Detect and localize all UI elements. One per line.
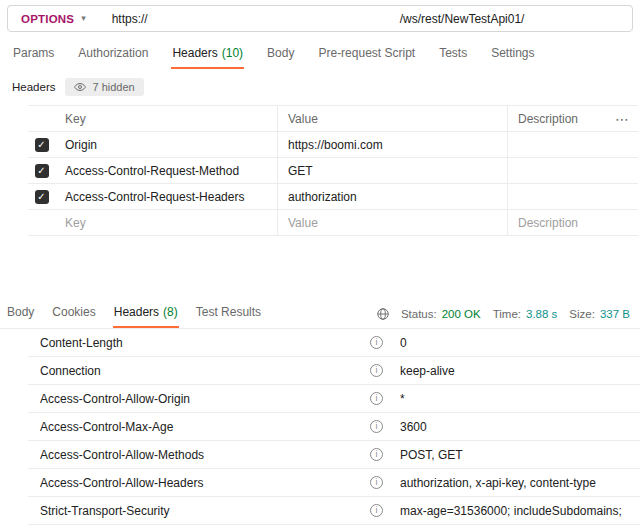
url-suffix: /ws/rest/NewTestApi01/ — [400, 12, 525, 26]
checkbox-cell — [28, 210, 55, 235]
response-header-row: Connection i keep-alive — [28, 357, 640, 385]
info-icon[interactable]: i — [370, 448, 383, 461]
value-cell[interactable]: GET — [277, 158, 507, 183]
key-cell[interactable]: Access-Control-Request-Headers — [55, 184, 277, 209]
response-header-key: Access-Control-Allow-Headers — [40, 476, 370, 490]
checkbox-cell: ✓ — [28, 132, 55, 157]
value-cell[interactable]: https://boomi.com — [277, 132, 507, 157]
response-header-key: Strict-Transport-Security — [40, 504, 370, 518]
table-row-placeholder: Key Value Description — [28, 210, 638, 236]
response-header-key: Connection — [40, 364, 370, 378]
request-tabs: Params Authorization Headers (10) Body P… — [0, 40, 640, 69]
checkbox-cell: ✓ — [28, 158, 55, 183]
more-options-icon[interactable]: ⋯ — [615, 112, 629, 126]
description-placeholder[interactable]: Description — [507, 210, 638, 235]
response-tab-headers-label: Headers — [114, 305, 159, 319]
hidden-headers-toggle[interactable]: 7 hidden — [65, 78, 143, 96]
info-icon[interactable]: i — [370, 476, 383, 489]
column-value: Value — [277, 106, 507, 131]
row-checkbox-checked[interactable]: ✓ — [35, 138, 49, 152]
column-description-cell: Description ⋯ — [507, 106, 638, 131]
description-cell[interactable] — [507, 158, 638, 183]
response-header-row: Access-Control-Max-Age i 3600 — [28, 413, 640, 441]
key-cell[interactable]: Origin — [55, 132, 277, 157]
tab-body[interactable]: Body — [266, 40, 295, 69]
response-tab-test-results[interactable]: Test Results — [195, 299, 262, 328]
info-icon[interactable]: i — [370, 336, 383, 349]
response-header-row: Content-Length i 0 — [28, 329, 640, 357]
table-row: ✓ Access-Control-Request-Headers authori… — [28, 184, 638, 210]
time-label: Time: — [493, 308, 521, 320]
url-input[interactable]: https:// /ws/rest/NewTestApi01/ — [98, 12, 632, 26]
description-cell[interactable] — [507, 132, 638, 157]
response-tab-body[interactable]: Body — [6, 299, 35, 328]
table-header-row: Key Value Description ⋯ — [28, 106, 638, 132]
header-checkbox-cell — [28, 106, 55, 131]
response-tab-cookies[interactable]: Cookies — [51, 299, 96, 328]
response-header-value: keep-alive — [400, 364, 455, 378]
info-icon[interactable]: i — [370, 420, 383, 433]
url-redacted-segment — [148, 12, 400, 26]
row-checkbox-checked[interactable]: ✓ — [35, 190, 49, 204]
row-checkbox-checked[interactable]: ✓ — [35, 164, 49, 178]
response-tab-headers-count: (8) — [163, 305, 178, 319]
hidden-headers-label: 7 hidden — [92, 81, 134, 93]
response-headers-table: Content-Length i 0 Connection i keep-ali… — [28, 329, 640, 525]
headers-toolbar: Headers 7 hidden — [0, 69, 640, 104]
response-header-key: Access-Control-Allow-Origin — [40, 392, 370, 406]
column-key: Key — [55, 106, 277, 131]
info-icon[interactable]: i — [370, 504, 383, 517]
method-selector[interactable]: OPTIONS ▾ — [8, 6, 98, 31]
key-placeholder[interactable]: Key — [55, 210, 277, 235]
network-info-icon[interactable] — [376, 307, 390, 321]
request-headers-table: Key Value Description ⋯ ✓ Origin https:/… — [28, 105, 638, 236]
table-row: ✓ Origin https://boomi.com — [28, 132, 638, 158]
size-value[interactable]: 337 B — [600, 308, 630, 320]
description-cell[interactable] — [507, 184, 638, 209]
chevron-down-icon: ▾ — [81, 14, 86, 23]
checkbox-cell: ✓ — [28, 184, 55, 209]
method-label: OPTIONS — [21, 13, 74, 25]
response-header-value: * — [400, 392, 405, 406]
tab-authorization[interactable]: Authorization — [77, 40, 149, 69]
value-placeholder[interactable]: Value — [277, 210, 507, 235]
info-icon[interactable]: i — [370, 364, 383, 377]
info-icon[interactable]: i — [370, 392, 383, 405]
response-header-key: Access-Control-Allow-Methods — [40, 448, 370, 462]
tab-params[interactable]: Params — [12, 40, 55, 69]
value-cell[interactable]: authorization — [277, 184, 507, 209]
request-url-bar: OPTIONS ▾ https:// /ws/rest/NewTestApi01… — [7, 5, 633, 32]
tab-headers-label: Headers — [172, 46, 217, 60]
eye-icon — [74, 81, 86, 93]
response-header-value: 0 — [400, 336, 407, 350]
key-cell[interactable]: Access-Control-Request-Method — [55, 158, 277, 183]
response-meta: Status: 200 OK Time: 3.88 s Size: 337 B — [376, 299, 630, 328]
response-tabs: Body Cookies Headers (8) Test Results — [6, 299, 262, 328]
tab-tests[interactable]: Tests — [438, 40, 468, 69]
response-header-row: Strict-Transport-Security i max-age=3153… — [28, 497, 640, 525]
tab-headers-count: (10) — [222, 46, 243, 60]
headers-section-title: Headers — [12, 81, 55, 93]
url-prefix: https:// — [112, 12, 148, 26]
response-header-row: Access-Control-Allow-Methods i POST, GET — [28, 441, 640, 469]
status-label: Status: — [401, 308, 437, 320]
response-bar: Body Cookies Headers (8) Test Results St… — [0, 299, 640, 329]
tab-settings[interactable]: Settings — [490, 40, 535, 69]
response-header-key: Content-Length — [40, 336, 370, 350]
response-header-value: POST, GET — [400, 448, 463, 462]
status-badge[interactable]: 200 OK — [442, 308, 481, 320]
column-description: Description — [518, 112, 578, 126]
response-header-row: Access-Control-Allow-Headers i authoriza… — [28, 469, 640, 497]
tab-pre-request-script[interactable]: Pre-request Script — [317, 40, 416, 69]
response-header-value: 3600 — [400, 420, 427, 434]
response-header-key: Access-Control-Max-Age — [40, 420, 370, 434]
response-header-value: authorization, x-api-key, content-type — [400, 476, 596, 490]
response-section: Body Cookies Headers (8) Test Results St… — [0, 299, 640, 525]
response-header-value: max-age=31536000; includeSubdomains; — [400, 504, 622, 518]
size-label: Size: — [569, 308, 595, 320]
time-value[interactable]: 3.88 s — [526, 308, 557, 320]
tab-headers[interactable]: Headers (10) — [171, 40, 244, 69]
response-header-row: Access-Control-Allow-Origin i * — [28, 385, 640, 413]
table-row: ✓ Access-Control-Request-Method GET — [28, 158, 638, 184]
response-tab-headers[interactable]: Headers (8) — [113, 299, 179, 328]
